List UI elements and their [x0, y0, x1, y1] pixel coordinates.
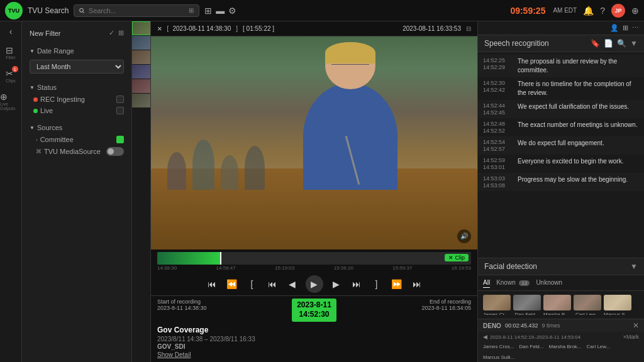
user-avatar[interactable]: JP — [611, 4, 625, 18]
timeline-bar[interactable]: ✕ Clip — [157, 252, 471, 265]
rewind-button[interactable]: ⏪ — [225, 277, 239, 291]
face-item[interactable]: Marcus Sulli... — [604, 295, 631, 315]
right-panel-more-icon[interactable]: ⋯ — [632, 24, 639, 32]
facial-tab-known[interactable]: Known 12 — [496, 278, 530, 288]
speech-collapse-icon[interactable]: ▼ — [630, 39, 638, 48]
date-range-header[interactable]: ▼ Date Range — [22, 45, 131, 57]
video-expand-icon[interactable]: ⊟ — [466, 25, 471, 32]
recording-start-info: Start of recording 2023-8-11 14:38:30 — [157, 299, 207, 322]
face-thumbnail — [543, 295, 571, 310]
clips-label: Clips — [6, 79, 16, 83]
prev-frame-button[interactable]: ⏮ — [265, 277, 279, 291]
clip-button[interactable]: ✕ Clip — [445, 254, 469, 261]
thumb-4[interactable] — [132, 65, 151, 79]
thumb-6[interactable] — [132, 94, 151, 107]
facial-panel-actions: ▼ — [630, 262, 638, 271]
volume-icon[interactable]: 🔊 — [457, 229, 471, 243]
speech-panel-header: Speech recognition 🔖 📄 🔍 ▼ — [478, 35, 644, 52]
right-top-bar: 👤 ⊞ ⋯ — [478, 21, 644, 35]
timeline-label-2: 14:58:47 — [216, 265, 236, 271]
speech-panel-title: Speech recognition — [484, 39, 549, 48]
face-item[interactable]: Carl Lew... — [574, 295, 601, 315]
speaker-head — [325, 42, 375, 89]
bg-person-1 — [167, 152, 186, 190]
status-header[interactable]: ▼ Status — [22, 81, 131, 94]
right-panel-person-icon[interactable]: 👤 — [610, 24, 619, 32]
status-section: ▼ Status REC Ingesting Live — [22, 81, 131, 116]
face-item[interactable]: Dan Feld... — [513, 295, 541, 315]
thumb-5[interactable] — [132, 79, 151, 93]
topbar-right-icons: 09:59:25 AM EDT 🔔 ? JP ⊕ — [510, 4, 639, 18]
speech-entry: 14:52:25 14:52:29 The proposal is under … — [478, 55, 644, 77]
settings-icon[interactable]: ⚙ — [228, 6, 236, 16]
next-frame-button[interactable]: ⏭ — [350, 277, 364, 291]
speech-time-start: 14:52:25 — [483, 57, 511, 63]
fast-forward-button[interactable]: ⏩ — [390, 277, 404, 291]
search-input[interactable] — [89, 7, 186, 14]
thumb-2[interactable] — [132, 36, 151, 50]
video-close-button[interactable]: × — [157, 24, 162, 33]
clips-sidebar-item[interactable]: 1 ✂ Clips — [6, 69, 16, 83]
thumbnail-strip — [132, 21, 151, 362]
grid-view-icon[interactable]: ⊞ — [204, 6, 212, 16]
app-name: TVU Search — [28, 6, 69, 15]
committee-item[interactable]: › Committee — [22, 134, 131, 145]
speech-time-end: 14:53:08 — [483, 182, 511, 189]
filter-sidebar-item[interactable]: ⊟ Filter — [6, 45, 16, 60]
recording-subtitle: 2023/8/11 14:38 – 2023/8/11 16:33 — [157, 336, 471, 343]
right-panel-grid-icon[interactable]: ⊞ — [623, 24, 628, 32]
deno-mark-button[interactable]: ×Mark — [623, 334, 639, 340]
speech-time-start: 14:52:44 — [483, 102, 511, 109]
facial-tab-all[interactable]: All — [483, 278, 490, 288]
view-toggle-group: ⊞ ▬ ⚙ — [204, 6, 236, 16]
skip-to-start-button[interactable]: ⏮ — [205, 277, 219, 291]
timeline-label-3: 15:19:03 — [275, 265, 294, 271]
help-icon[interactable]: ? — [600, 6, 605, 16]
back-nav-icon[interactable]: ‹ — [9, 26, 13, 36]
step-back-button[interactable]: ◀ — [286, 277, 299, 291]
facial-collapse-icon[interactable]: ▼ — [630, 262, 638, 271]
timeline-label-5: 15:59:37 — [392, 265, 412, 271]
global-menu-icon[interactable]: ⊕ — [631, 6, 639, 16]
face-item[interactable]: Marsha Brok... — [543, 295, 571, 315]
date-range-select[interactable]: Last Month Last Week Today — [30, 60, 124, 74]
mark-in-button[interactable]: [ — [245, 277, 259, 291]
right-panel: 👤 ⊞ ⋯ Speech recognition 🔖 📄 🔍 ▼ 14:52:2… — [477, 21, 644, 362]
search-bar[interactable]: ⊞ — [74, 4, 199, 17]
deno-person-name: Carl Lew... — [587, 344, 611, 349]
speech-time-end: 14:52:52 — [483, 128, 511, 134]
notification-icon[interactable]: 🔔 — [583, 6, 594, 16]
mark-out-button[interactable]: ] — [370, 277, 384, 291]
live-outputs-icon[interactable]: ⊕ — [0, 92, 21, 102]
footer-timecode-row: Start of recording 2023-8-11 14:38:30 20… — [157, 299, 471, 322]
show-detail-link[interactable]: Show Detail — [157, 351, 471, 358]
filter-edit-icon[interactable]: ✓ — [109, 29, 114, 37]
search-settings-icon[interactable]: ⊞ — [189, 7, 194, 14]
thumb-1[interactable] — [132, 21, 151, 35]
filter-icon[interactable]: ⊟ — [6, 45, 16, 55]
live-outputs-sidebar-item[interactable]: ⊕ Live Outputs — [0, 92, 21, 111]
mediasource-toggle[interactable] — [106, 147, 124, 156]
committee-checkbox[interactable] — [116, 136, 124, 143]
list-view-icon[interactable]: ▬ — [216, 6, 225, 16]
filter-add-icon[interactable]: ⊞ — [118, 29, 124, 37]
deno-prev-icon[interactable]: ◀ — [483, 334, 487, 340]
skip-to-end-button[interactable]: ⏭ — [410, 277, 424, 291]
play-button[interactable]: ▶ — [306, 275, 323, 293]
speech-bookmark-icon[interactable]: 🔖 — [591, 39, 600, 48]
filter-label: Filter — [6, 55, 16, 60]
rec-ingesting-checkbox[interactable] — [116, 96, 124, 103]
speech-search-icon[interactable]: 🔍 — [617, 39, 626, 48]
video-player[interactable]: 🔊 — [151, 36, 477, 250]
mediasource-item[interactable]: ⌘ TVU MediaSource — [22, 145, 131, 158]
live-checkbox[interactable] — [116, 107, 124, 114]
deno-close-button[interactable]: ✕ — [633, 321, 639, 330]
speech-timestamps: 14:53:03 14:53:08 — [483, 175, 511, 189]
rec-start-label: Start of recording — [157, 299, 207, 305]
thumb-3[interactable] — [132, 50, 151, 64]
face-item[interactable]: James Cros... — [483, 295, 511, 315]
step-forward-button[interactable]: ▶ — [330, 277, 343, 291]
speech-document-icon[interactable]: 📄 — [604, 39, 613, 48]
sources-header[interactable]: ▼ Sources — [22, 121, 131, 134]
facial-tab-unknown[interactable]: Unknown — [536, 278, 562, 288]
